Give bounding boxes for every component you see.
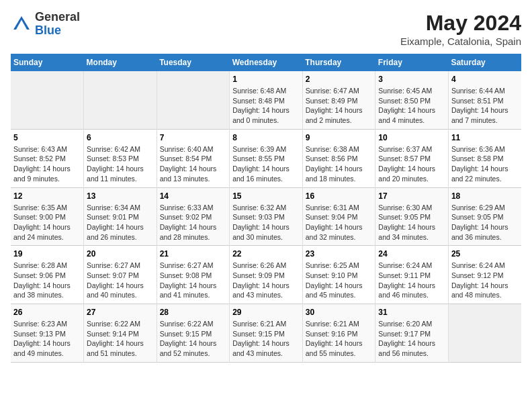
day-info: Sunrise: 6:38 AMSunset: 8:56 PMDaylight:… — [306, 144, 373, 184]
header-thursday: Thursday — [302, 54, 375, 71]
header-sunday: Sunday — [11, 54, 84, 71]
day-number: 4 — [451, 75, 519, 84]
day-number: 23 — [306, 249, 373, 259]
day-number: 16 — [306, 191, 373, 201]
day-info: Sunrise: 6:28 AMSunset: 9:06 PMDaylight:… — [13, 261, 81, 300]
calendar-cell: 4Sunrise: 6:44 AMSunset: 8:51 PMDaylight… — [448, 71, 521, 129]
day-info: Sunrise: 6:29 AMSunset: 9:05 PMDaylight:… — [451, 203, 519, 242]
day-info: Sunrise: 6:30 AMSunset: 9:05 PMDaylight:… — [378, 203, 445, 242]
calendar-header-row: Sunday Monday Tuesday Wednesday Thursday… — [11, 54, 521, 71]
calendar-cell: 2Sunrise: 6:47 AMSunset: 8:49 PMDaylight… — [302, 71, 375, 129]
day-number: 31 — [378, 308, 445, 317]
calendar-cell: 14Sunrise: 6:33 AMSunset: 9:02 PMDayligh… — [157, 187, 230, 246]
day-info: Sunrise: 6:32 AMSunset: 9:03 PMDaylight:… — [232, 203, 300, 242]
day-info: Sunrise: 6:34 AMSunset: 9:01 PMDaylight:… — [87, 203, 154, 242]
logo-icon — [11, 13, 32, 35]
calendar-cell: 9Sunrise: 6:38 AMSunset: 8:56 PMDaylight… — [302, 129, 375, 187]
calendar-subtitle: Eixample, Catalonia, Spain — [400, 36, 521, 47]
day-number: 13 — [87, 191, 154, 201]
calendar-cell: 13Sunrise: 6:34 AMSunset: 9:01 PMDayligh… — [84, 187, 157, 246]
calendar-cell: 20Sunrise: 6:27 AMSunset: 9:07 PMDayligh… — [84, 246, 157, 304]
day-number: 18 — [451, 191, 519, 201]
calendar-week-row: 1Sunrise: 6:48 AMSunset: 8:48 PMDaylight… — [11, 71, 521, 129]
day-info: Sunrise: 6:23 AMSunset: 9:13 PMDaylight:… — [13, 319, 81, 359]
calendar-cell: 23Sunrise: 6:25 AMSunset: 9:10 PMDayligh… — [302, 246, 375, 304]
day-info: Sunrise: 6:24 AMSunset: 9:12 PMDaylight:… — [451, 261, 519, 300]
calendar-cell: 24Sunrise: 6:24 AMSunset: 9:11 PMDayligh… — [375, 246, 449, 304]
day-number: 2 — [306, 75, 373, 84]
logo-blue-text: Blue — [35, 24, 80, 38]
day-number: 7 — [160, 133, 227, 142]
calendar-cell: 12Sunrise: 6:35 AMSunset: 9:00 PMDayligh… — [11, 187, 84, 246]
day-info: Sunrise: 6:45 AMSunset: 8:50 PMDaylight:… — [378, 86, 445, 126]
title-block: May 2024 Eixample, Catalonia, Spain — [400, 11, 521, 47]
day-info: Sunrise: 6:26 AMSunset: 9:09 PMDaylight:… — [232, 261, 300, 300]
calendar-cell: 19Sunrise: 6:28 AMSunset: 9:06 PMDayligh… — [11, 246, 84, 304]
calendar-cell: 30Sunrise: 6:21 AMSunset: 9:16 PMDayligh… — [302, 304, 375, 363]
calendar-cell: 7Sunrise: 6:40 AMSunset: 8:54 PMDaylight… — [157, 129, 230, 187]
calendar-week-row: 26Sunrise: 6:23 AMSunset: 9:13 PMDayligh… — [11, 304, 521, 363]
calendar-cell — [84, 71, 157, 129]
day-info: Sunrise: 6:39 AMSunset: 8:55 PMDaylight:… — [232, 144, 300, 184]
day-number: 15 — [232, 191, 300, 201]
header-monday: Monday — [84, 54, 157, 71]
day-info: Sunrise: 6:40 AMSunset: 8:54 PMDaylight:… — [160, 144, 227, 184]
day-info: Sunrise: 6:27 AMSunset: 9:08 PMDaylight:… — [160, 261, 227, 300]
day-info: Sunrise: 6:27 AMSunset: 9:07 PMDaylight:… — [87, 261, 154, 300]
calendar-cell — [157, 71, 230, 129]
day-info: Sunrise: 6:42 AMSunset: 8:53 PMDaylight:… — [87, 144, 154, 184]
day-number: 21 — [160, 249, 227, 259]
day-info: Sunrise: 6:48 AMSunset: 8:48 PMDaylight:… — [232, 86, 300, 126]
day-info: Sunrise: 6:33 AMSunset: 9:02 PMDaylight:… — [160, 203, 227, 242]
calendar-cell: 26Sunrise: 6:23 AMSunset: 9:13 PMDayligh… — [11, 304, 84, 363]
day-number: 5 — [13, 133, 81, 142]
calendar-cell: 1Sunrise: 6:48 AMSunset: 8:48 PMDaylight… — [230, 71, 303, 129]
day-number: 12 — [13, 191, 81, 201]
header-saturday: Saturday — [448, 54, 521, 71]
day-number: 17 — [378, 191, 445, 201]
day-info: Sunrise: 6:22 AMSunset: 9:15 PMDaylight:… — [160, 319, 227, 359]
day-number: 11 — [451, 133, 519, 142]
calendar-table: Sunday Monday Tuesday Wednesday Thursday… — [11, 54, 521, 363]
day-number: 1 — [232, 75, 300, 84]
header-wednesday: Wednesday — [230, 54, 303, 71]
calendar-cell: 15Sunrise: 6:32 AMSunset: 9:03 PMDayligh… — [230, 187, 303, 246]
day-info: Sunrise: 6:21 AMSunset: 9:16 PMDaylight:… — [306, 319, 373, 359]
calendar-cell: 3Sunrise: 6:45 AMSunset: 8:50 PMDaylight… — [375, 71, 449, 129]
day-number: 28 — [160, 308, 227, 317]
calendar-cell: 17Sunrise: 6:30 AMSunset: 9:05 PMDayligh… — [375, 187, 449, 246]
calendar-cell: 29Sunrise: 6:21 AMSunset: 9:15 PMDayligh… — [230, 304, 303, 363]
calendar-cell: 10Sunrise: 6:37 AMSunset: 8:57 PMDayligh… — [375, 129, 449, 187]
day-number: 8 — [232, 133, 300, 142]
day-number: 22 — [232, 249, 300, 259]
day-number: 25 — [451, 249, 519, 259]
logo: General Blue — [11, 11, 80, 38]
day-number: 10 — [378, 133, 445, 142]
calendar-cell — [11, 71, 84, 129]
header-friday: Friday — [375, 54, 449, 71]
day-info: Sunrise: 6:31 AMSunset: 9:04 PMDaylight:… — [306, 203, 373, 242]
day-number: 27 — [87, 308, 154, 317]
day-number: 3 — [378, 75, 445, 84]
calendar-cell: 6Sunrise: 6:42 AMSunset: 8:53 PMDaylight… — [84, 129, 157, 187]
day-info: Sunrise: 6:37 AMSunset: 8:57 PMDaylight:… — [378, 144, 445, 184]
calendar-week-row: 12Sunrise: 6:35 AMSunset: 9:00 PMDayligh… — [11, 187, 521, 246]
calendar-cell: 18Sunrise: 6:29 AMSunset: 9:05 PMDayligh… — [448, 187, 521, 246]
calendar-cell: 22Sunrise: 6:26 AMSunset: 9:09 PMDayligh… — [230, 246, 303, 304]
day-number: 26 — [13, 308, 81, 317]
day-info: Sunrise: 6:43 AMSunset: 8:52 PMDaylight:… — [13, 144, 81, 184]
day-info: Sunrise: 6:44 AMSunset: 8:51 PMDaylight:… — [451, 86, 519, 126]
calendar-title: May 2024 — [400, 11, 521, 36]
day-number: 19 — [13, 249, 81, 259]
calendar-cell: 5Sunrise: 6:43 AMSunset: 8:52 PMDaylight… — [11, 129, 84, 187]
calendar-cell: 11Sunrise: 6:36 AMSunset: 8:58 PMDayligh… — [448, 129, 521, 187]
logo-general-text: General — [35, 11, 80, 24]
day-info: Sunrise: 6:24 AMSunset: 9:11 PMDaylight:… — [378, 261, 445, 300]
day-number: 14 — [160, 191, 227, 201]
calendar-cell: 21Sunrise: 6:27 AMSunset: 9:08 PMDayligh… — [157, 246, 230, 304]
day-number: 9 — [306, 133, 373, 142]
calendar-cell: 31Sunrise: 6:20 AMSunset: 9:17 PMDayligh… — [375, 304, 449, 363]
day-number: 30 — [306, 308, 373, 317]
day-info: Sunrise: 6:20 AMSunset: 9:17 PMDaylight:… — [378, 319, 445, 359]
day-number: 29 — [232, 308, 300, 317]
